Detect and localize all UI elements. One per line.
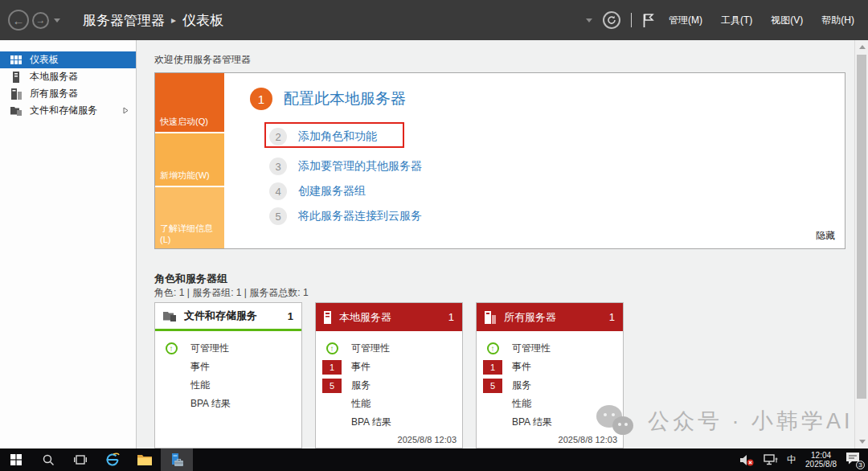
toolbar-dropdown-icon[interactable]: [586, 18, 592, 23]
card-count: 1: [288, 310, 293, 322]
step-link[interactable]: 添加角色和功能: [298, 129, 377, 144]
dashboard-grid-icon: [10, 55, 23, 64]
card-header[interactable]: 文件和存储服务 1: [155, 303, 301, 331]
menu-tools[interactable]: 工具(T): [717, 10, 756, 31]
sidebar-item-dashboard[interactable]: 仪表板: [0, 51, 136, 68]
forward-button[interactable]: →: [32, 12, 49, 29]
row-link[interactable]: 性能: [190, 379, 210, 392]
card-title: 所有服务器: [504, 310, 556, 325]
clock-date: 2025/8/8: [805, 460, 837, 469]
server-manager-icon: [170, 453, 184, 467]
titlebar: ← → 服务器管理器 ▸ 仪表板 管理(M) 工具(T) 视图(V) 帮助(H): [0, 0, 868, 40]
welcome-tile: 快速启动(Q) 新增功能(W) 了解详细信息(L) 1 配置此本地服务器 2 添…: [154, 72, 845, 249]
sidebar-item-label: 仪表板: [30, 53, 59, 67]
internet-explorer-icon: [105, 453, 120, 467]
scroll-up-icon[interactable]: [859, 45, 866, 49]
sidebar-item-local-server[interactable]: 本地服务器: [0, 68, 136, 85]
row-link[interactable]: BPA 结果: [512, 416, 552, 429]
menu-manage[interactable]: 管理(M): [665, 10, 706, 31]
notification-count-badge: 3: [856, 461, 865, 469]
card-row-bpa: BPA 结果: [477, 413, 623, 432]
roles-section-summary: 角色: 1 | 服务器组: 1 | 服务器总数: 1: [154, 286, 309, 300]
card-row-bpa: BPA 结果: [155, 395, 301, 413]
step-create-server-group[interactable]: 4 创建服务器组: [269, 182, 366, 200]
card-row-manageability: ↑ 可管理性: [477, 339, 623, 358]
windows-logo-icon: [10, 454, 22, 465]
alert-count-badge[interactable]: 5: [483, 379, 502, 393]
alert-count-badge[interactable]: 1: [483, 360, 502, 375]
refresh-button[interactable]: [603, 11, 620, 29]
card-row-performance: 性能: [155, 376, 301, 395]
card-all-servers: 所有服务器 1 ↑ 可管理性 1 事件 5: [476, 302, 624, 448]
card-row-performance: 性能: [477, 395, 623, 413]
row-link[interactable]: BPA 结果: [351, 416, 391, 429]
row-link[interactable]: 性能: [351, 397, 371, 411]
task-view-button[interactable]: [64, 448, 96, 471]
step-link[interactable]: 将此服务器连接到云服务: [298, 209, 422, 223]
nav-dropdown-icon[interactable]: [54, 18, 60, 23]
row-link[interactable]: 服务: [351, 379, 371, 392]
menu-help[interactable]: 帮助(H): [817, 10, 858, 31]
volume-muted-icon[interactable]: [740, 454, 755, 466]
row-link[interactable]: 事件: [512, 360, 531, 374]
card-row-bpa: BPA 结果: [316, 413, 462, 432]
notifications-flag-icon[interactable]: [642, 13, 654, 28]
card-header[interactable]: 所有服务器 1: [477, 303, 623, 331]
card-row-events: 事件: [155, 358, 301, 376]
row-link[interactable]: 事件: [351, 360, 371, 374]
step-connect-cloud-services[interactable]: 5 将此服务器连接到云服务: [269, 207, 422, 225]
row-link[interactable]: 可管理性: [351, 342, 390, 355]
quick-start-steps: 1 配置此本地服务器 2 添加角色和功能 3 添加要管理的其他服务器 4 创建: [155, 73, 845, 248]
step-link[interactable]: 创建服务器组: [298, 184, 366, 199]
dashboard-content: 欢迎使用服务器管理器 快速启动(Q) 新增功能(W) 了解详细信息(L) 1 配…: [137, 40, 868, 448]
card-title: 本地服务器: [339, 310, 391, 325]
search-button[interactable]: [32, 448, 64, 471]
expand-arrow-icon[interactable]: [123, 107, 136, 114]
start-button[interactable]: [0, 448, 32, 471]
clock-time: 12:04: [805, 451, 837, 460]
back-button[interactable]: ←: [8, 10, 29, 31]
vertical-scrollbar[interactable]: [854, 40, 868, 448]
sidebar-item-label: 所有服务器: [30, 87, 78, 100]
app-title: 服务器管理器: [83, 11, 165, 30]
file-storage-icon: [10, 105, 23, 116]
card-count: 1: [448, 311, 454, 323]
step-add-roles-features[interactable]: 2 添加角色和功能: [269, 128, 377, 145]
action-center-button[interactable]: 3: [845, 452, 863, 468]
alert-count-badge[interactable]: 5: [322, 379, 342, 393]
sidebar-item-label: 本地服务器: [30, 70, 78, 84]
step-number: 5: [269, 207, 287, 225]
card-local-server: 本地服务器 1 ↑ 可管理性 1 事件 5: [315, 302, 463, 448]
scroll-down-icon[interactable]: [859, 440, 866, 444]
internet-explorer-button[interactable]: [96, 448, 129, 471]
watermark: 公众号 · 小韩学AI: [596, 403, 854, 439]
refresh-icon: [607, 15, 616, 25]
card-header[interactable]: 本地服务器 1: [316, 303, 462, 331]
file-explorer-button[interactable]: [129, 448, 161, 471]
folder-icon: [137, 454, 152, 465]
alert-count-badge[interactable]: 1: [322, 360, 342, 375]
sidebar-item-file-storage-services[interactable]: 文件和存储服务: [0, 102, 136, 119]
breadcrumb-current: 仪表板: [182, 11, 223, 30]
scrollbar-thumb[interactable]: [857, 55, 866, 399]
task-view-icon: [74, 455, 87, 465]
hide-link[interactable]: 隐藏: [816, 229, 835, 243]
taskbar-clock[interactable]: 12:04 2025/8/8: [805, 451, 837, 469]
step-link[interactable]: 配置此本地服务器: [284, 88, 406, 109]
row-link[interactable]: 可管理性: [512, 342, 551, 355]
row-link[interactable]: 事件: [190, 360, 210, 374]
row-link[interactable]: 性能: [512, 397, 531, 411]
row-link[interactable]: BPA 结果: [190, 397, 231, 411]
card-timestamp: 2025/8/8 12:03: [398, 435, 457, 444]
server-manager-taskbar-button[interactable]: [161, 448, 193, 471]
step-configure-local-server[interactable]: 1 配置此本地服务器: [250, 88, 406, 110]
menu-view[interactable]: 视图(V): [767, 10, 807, 31]
step-link[interactable]: 添加要管理的其他服务器: [298, 159, 422, 174]
search-icon: [43, 454, 55, 466]
sidebar-item-all-servers[interactable]: 所有服务器: [0, 85, 136, 102]
row-link[interactable]: 可管理性: [190, 342, 229, 355]
step-add-other-servers[interactable]: 3 添加要管理的其他服务器: [269, 158, 422, 175]
row-link[interactable]: 服务: [512, 379, 531, 392]
ime-indicator[interactable]: 中: [787, 453, 796, 467]
network-icon[interactable]: [764, 454, 778, 465]
